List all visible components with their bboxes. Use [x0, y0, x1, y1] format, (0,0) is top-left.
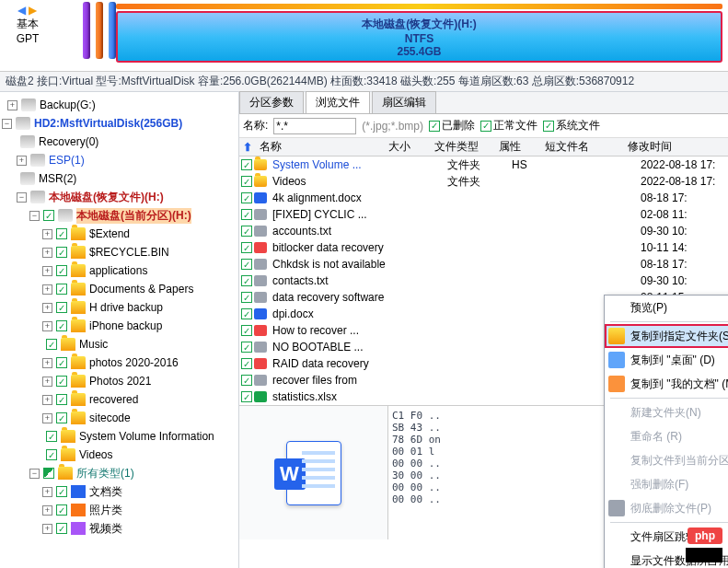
col-type[interactable]: 文件类型	[431, 139, 495, 155]
folder-icon	[58, 467, 73, 480]
collapse-icon[interactable]: −	[2, 119, 12, 129]
filter-system[interactable]: ✓系统文件	[543, 118, 600, 133]
file-icon	[254, 259, 267, 270]
filter-normal[interactable]: ✓正常文件	[480, 118, 537, 133]
tree-msr[interactable]: MSR(2)	[39, 172, 76, 185]
file-icon	[254, 391, 267, 402]
ctx-copy-documents[interactable]: 复制到 "我的文档" (M)	[605, 372, 728, 396]
file-name: Videos	[269, 175, 398, 188]
file-row[interactable]: ✓Chkdsk is not available08-18 17:	[239, 256, 728, 272]
tree-recovery[interactable]: Recovery(0)	[39, 135, 98, 148]
drive-icon	[30, 191, 45, 203]
file-icon	[254, 292, 267, 303]
disk-info-line: 磁盘2 接口:Virtual 型号:MsftVirtualDisk 容量:256…	[0, 72, 728, 92]
row-checkbox[interactable]: ✓	[241, 226, 252, 237]
watermark-block	[686, 548, 722, 562]
drive-icon	[16, 117, 30, 130]
tab-browse-files[interactable]: 浏览文件	[306, 91, 370, 113]
folder-icon	[71, 227, 86, 240]
drive-icon	[58, 209, 73, 222]
tab-partition-params[interactable]: 分区参数	[239, 91, 304, 113]
folder-icon	[608, 328, 625, 344]
checkbox-partial-icon[interactable]	[43, 468, 54, 479]
folder-icon	[71, 264, 86, 277]
ctx-copy-to-folder[interactable]: 复制到指定文件夹(S)...	[605, 324, 728, 348]
expand-icon[interactable]: +	[7, 100, 17, 110]
tree-backup[interactable]: Backup(G:)	[40, 99, 96, 111]
row-checkbox[interactable]: ✓	[241, 391, 252, 402]
file-name: accounts.txt	[269, 225, 398, 238]
partition-block[interactable]: 本地磁盘(恢复文件)(H:) NTFS 255.4GB	[116, 11, 722, 63]
file-name: [FIXED] CYCLIC ...	[269, 208, 398, 221]
file-row[interactable]: ✓accounts.txt09-30 10:	[239, 223, 728, 239]
folder-icon	[61, 430, 75, 443]
col-name[interactable]: 名称	[256, 139, 385, 155]
delete-icon	[608, 500, 625, 516]
col-attr[interactable]: 属性	[495, 139, 541, 155]
gpt-label: GPT	[17, 32, 40, 45]
nav-forward-icon[interactable]: ▶	[29, 4, 38, 17]
row-checkbox[interactable]: ✓	[241, 159, 252, 170]
checkbox-icon[interactable]: ✓	[43, 210, 54, 221]
tree-localdisk[interactable]: 本地磁盘(恢复文件)(H:)	[49, 190, 164, 205]
row-checkbox[interactable]: ✓	[241, 375, 252, 386]
file-name: contacts.txt	[269, 274, 398, 287]
file-row[interactable]: ✓bitlocker data recovery10-11 14:	[239, 239, 728, 256]
file-icon	[254, 192, 267, 203]
up-folder-icon[interactable]: ⬆	[239, 141, 256, 154]
photo-type-icon	[71, 504, 86, 516]
row-checkbox[interactable]: ✓	[241, 176, 252, 187]
filter-deleted[interactable]: ✓已删除	[429, 118, 475, 133]
file-row[interactable]: ✓Videos文件夹2022-08-18 17:	[239, 173, 728, 190]
partition-size: 255.4GB	[397, 45, 441, 58]
doc-type-icon	[71, 485, 86, 498]
folder-icon	[71, 393, 86, 406]
file-row[interactable]: ✓4k alignment.docx08-18 17:	[239, 190, 728, 206]
col-size[interactable]: 大小	[385, 139, 431, 155]
name-filter-label: 名称:	[243, 118, 268, 133]
file-name: How to recover ...	[269, 324, 398, 337]
folder-icon	[61, 338, 75, 351]
php-badge: php	[688, 527, 722, 544]
documents-icon	[608, 376, 625, 392]
ctx-preview[interactable]: 预览(P)	[605, 296, 728, 319]
ctx-copy-desktop[interactable]: 复制到 "桌面" (D)	[605, 348, 728, 372]
row-checkbox[interactable]: ✓	[241, 209, 252, 220]
folder-icon	[71, 412, 86, 424]
video-type-icon	[71, 522, 86, 535]
type-hint: (*.jpg;*.bmp)	[362, 120, 423, 133]
word-doc-icon	[286, 441, 341, 505]
file-row[interactable]: ✓contacts.txt09-30 10:	[239, 272, 728, 289]
name-filter-input[interactable]	[273, 118, 356, 134]
desktop-icon	[608, 352, 625, 368]
tree-esp[interactable]: ESP(1)	[49, 154, 85, 167]
file-row[interactable]: ✓System Volume ...文件夹HS2022-08-18 17:	[239, 156, 728, 173]
folder-icon	[71, 301, 86, 314]
nav-back-icon[interactable]: ◀	[17, 4, 27, 17]
drive-icon	[30, 154, 45, 167]
ctx-rename: 重命名 (R)	[605, 424, 728, 448]
file-name: dpi.docx	[269, 307, 398, 320]
tree-curpart[interactable]: 本地磁盘(当前分区)(H:)	[76, 208, 191, 224]
tab-sector-edit[interactable]: 扇区编辑	[372, 91, 436, 113]
drive-icon	[21, 99, 36, 111]
row-checkbox[interactable]: ✓	[241, 275, 252, 286]
tree-hd2[interactable]: HD2:MsftVirtualDisk(256GB)	[34, 117, 182, 130]
file-icon	[254, 209, 267, 220]
row-checkbox[interactable]: ✓	[241, 358, 252, 369]
file-row[interactable]: ✓[FIXED] CYCLIC ...02-08 11:	[239, 206, 728, 223]
col-short[interactable]: 短文件名	[541, 139, 624, 155]
row-checkbox[interactable]: ✓	[241, 192, 252, 203]
row-checkbox[interactable]: ✓	[241, 308, 252, 319]
file-name: recover files from	[269, 374, 398, 387]
row-checkbox[interactable]: ✓	[241, 242, 252, 253]
folder-tree[interactable]: +Backup(G:) −HD2:MsftVirtualDisk(256GB) …	[0, 92, 239, 568]
row-checkbox[interactable]: ✓	[241, 259, 252, 270]
row-checkbox[interactable]: ✓	[241, 292, 252, 303]
folder-icon	[71, 283, 86, 296]
row-checkbox[interactable]: ✓	[241, 325, 252, 336]
ctx-force-delete: 强制删除(F)	[605, 472, 728, 496]
row-checkbox[interactable]: ✓	[241, 342, 252, 353]
col-mod[interactable]: 修改时间	[624, 139, 728, 155]
file-icon	[254, 342, 267, 353]
